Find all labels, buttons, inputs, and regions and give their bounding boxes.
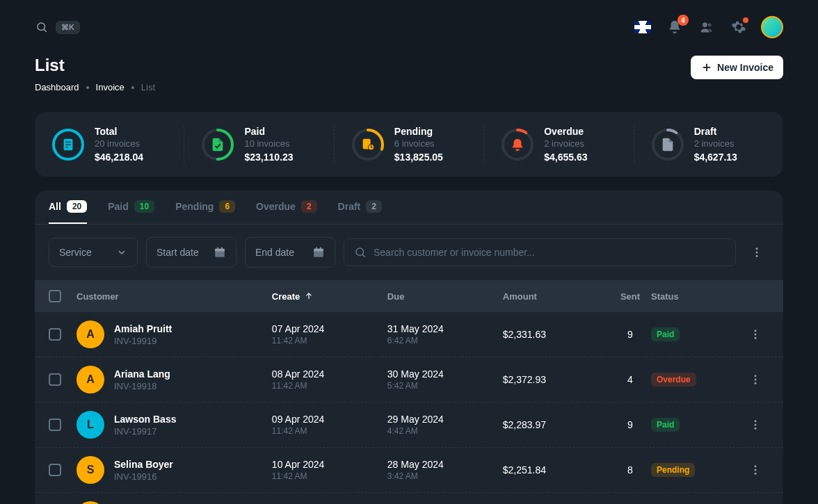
svg-point-39 [755, 330, 757, 332]
svg-point-44 [755, 382, 757, 384]
end-date-placeholder: End date [255, 247, 294, 258]
summary-ring [51, 128, 85, 161]
clock-icon [360, 137, 376, 152]
breadcrumb-dashboard[interactable]: Dashboard [35, 82, 79, 92]
col-status[interactable]: Status [651, 291, 741, 302]
summary-item-paid: Paid 10 invoices $23,110.23 [184, 126, 334, 163]
start-date-placeholder: Start date [157, 247, 199, 258]
svg-point-36 [756, 252, 758, 254]
filters-more-button[interactable] [744, 240, 769, 265]
language-flag-icon[interactable] [633, 17, 652, 37]
table-header: Customer Create Due Amount Sent Status [35, 280, 783, 312]
end-date-input[interactable]: End date [245, 237, 335, 268]
tab-pending[interactable]: Pending6 [175, 190, 235, 224]
settings-dot [743, 17, 748, 23]
create-time: 11:42 AM [272, 336, 325, 346]
notification-badge: 4 [677, 15, 689, 26]
svg-point-40 [755, 334, 757, 336]
status-tabs: All20Paid10Pending6Overdue2Draft2 [35, 190, 783, 225]
svg-point-43 [755, 379, 757, 381]
summary-amount: $13,825.05 [394, 152, 443, 163]
row-checkbox[interactable] [49, 418, 61, 431]
create-time: 11:42 AM [272, 381, 325, 391]
row-amount: $2,372.93 [503, 374, 546, 385]
svg-point-42 [755, 375, 757, 377]
col-amount[interactable]: Amount [503, 291, 609, 302]
svg-point-45 [755, 420, 757, 422]
table-row[interactable]: A Amiah Pruitt INV-19919 07 Apr 202411:4… [35, 312, 783, 357]
col-due[interactable]: Due [387, 291, 503, 302]
row-amount: $2,283.97 [503, 419, 546, 430]
summary-count: 2 invoices [544, 138, 587, 149]
start-date-input[interactable]: Start date [146, 237, 236, 268]
more-vertical-icon [749, 328, 762, 341]
summary-item-overdue: Overdue 2 invoices $4,655.63 [484, 126, 634, 163]
summary-cards: Total 20 invoices $46,218.04 Paid 10 inv… [35, 112, 783, 177]
invoice-number: INV-19917 [114, 426, 176, 437]
plus-icon [700, 61, 713, 74]
avatar[interactable] [761, 16, 783, 38]
tab-label: Pending [175, 201, 214, 212]
service-placeholder: Service [59, 247, 92, 258]
col-create[interactable]: Create [272, 291, 387, 302]
customer-name: Lawson Bass [114, 414, 176, 425]
row-checkbox[interactable] [49, 373, 61, 386]
summary-count: 10 invoices [244, 138, 293, 149]
select-all-checkbox[interactable] [49, 290, 61, 302]
summary-label: Draft [694, 126, 737, 137]
tab-paid[interactable]: Paid10 [108, 190, 154, 224]
table-row[interactable]: A Ariana Lang INV-19918 08 Apr 202411:42… [35, 357, 783, 403]
table-row[interactable]: A Angelique Morse INV-19915 11 Apr 20241… [35, 493, 783, 504]
row-actions-button[interactable] [741, 328, 769, 341]
new-invoice-button[interactable]: New Invoice [691, 56, 783, 79]
col-sent[interactable]: Sent [609, 291, 651, 302]
row-actions-button[interactable] [741, 373, 769, 386]
summary-amount: $23,110.23 [244, 152, 293, 163]
breadcrumb-current: List [141, 82, 155, 92]
summary-ring [351, 128, 385, 161]
search-icon[interactable] [35, 20, 49, 34]
settings-icon[interactable] [729, 17, 748, 37]
tab-all[interactable]: All20 [49, 190, 87, 224]
more-vertical-icon [749, 373, 762, 386]
summary-count: 2 invoices [694, 138, 737, 149]
tab-count: 2 [301, 200, 317, 213]
notifications-icon[interactable]: 4 [665, 17, 684, 37]
summary-ring [201, 128, 234, 161]
row-amount: $2,251.84 [503, 464, 546, 475]
due-date: 28 May 2024 [387, 459, 503, 470]
svg-point-0 [38, 23, 45, 31]
due-time: 5:42 AM [387, 381, 503, 391]
search-input-wrapper[interactable] [344, 238, 736, 266]
row-checkbox[interactable] [49, 328, 61, 341]
svg-point-2 [703, 22, 707, 27]
table-row[interactable]: L Lawson Bass INV-19917 09 Apr 202411:42… [35, 403, 783, 448]
tab-count: 6 [219, 200, 235, 213]
row-actions-button[interactable] [741, 418, 769, 431]
summary-amount: $4,655.63 [544, 152, 587, 163]
svg-rect-30 [314, 249, 323, 252]
summary-item-draft: Draft 2 invoices $4,627.13 [634, 126, 783, 163]
search-input[interactable] [374, 247, 725, 258]
due-time: 6:42 AM [387, 336, 503, 346]
summary-label: Pending [394, 126, 443, 137]
tab-draft[interactable]: Draft2 [338, 190, 382, 224]
table-row[interactable]: S Selina Boyer INV-19916 10 Apr 202411:4… [35, 448, 783, 493]
create-date: 10 Apr 2024 [272, 459, 325, 470]
keyboard-shortcut[interactable]: ⌘K [56, 21, 80, 34]
col-customer[interactable]: Customer [77, 291, 272, 302]
tab-label: All [49, 201, 61, 212]
svg-point-41 [755, 337, 757, 339]
contacts-icon[interactable] [697, 17, 716, 37]
tab-label: Draft [338, 201, 361, 212]
svg-point-37 [756, 255, 758, 257]
tab-overdue[interactable]: Overdue2 [256, 190, 317, 224]
row-checkbox[interactable] [49, 464, 61, 476]
breadcrumb-invoice[interactable]: Invoice [96, 82, 125, 92]
customer-avatar: A [77, 320, 104, 348]
service-select[interactable]: Service [49, 238, 138, 267]
row-actions-button[interactable] [741, 464, 769, 476]
svg-rect-26 [215, 249, 225, 252]
create-time: 11:42 AM [272, 471, 325, 481]
invoice-number: INV-19919 [114, 336, 172, 346]
